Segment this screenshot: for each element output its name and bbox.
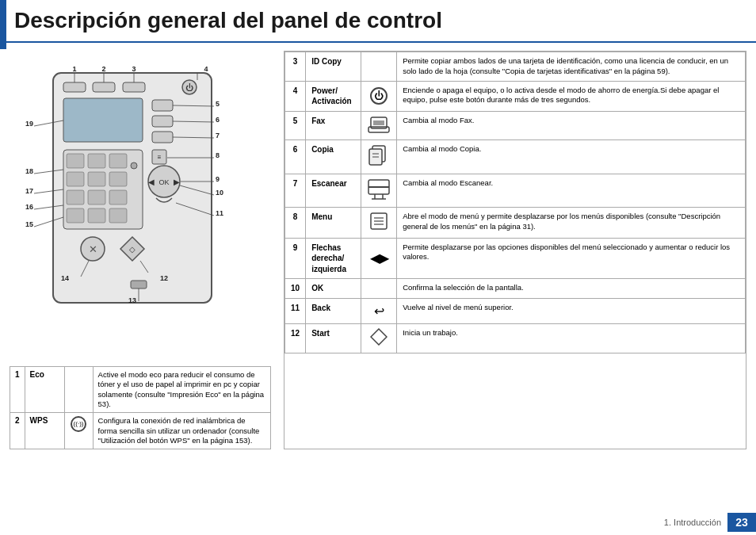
table-row: 10 OK Confirma la selección de la pantal… bbox=[285, 279, 746, 299]
svg-text:19: 19 bbox=[25, 120, 33, 128]
device-diagram: ⏻ bbox=[10, 51, 255, 360]
row-label: Eco bbox=[25, 367, 64, 413]
row-desc: Permite copiar ambos lados de una tarjet… bbox=[397, 52, 746, 82]
page-footer: 1. Introducción 23 bbox=[0, 510, 756, 535]
table-row: 2 WPS ((·)) Configura la conexión de red… bbox=[10, 413, 271, 449]
row-label: OK bbox=[306, 279, 361, 299]
svg-text:5: 5 bbox=[216, 100, 220, 108]
row-desc: Enciende o apaga el equipo, o lo activa … bbox=[397, 81, 746, 111]
svg-text:17: 17 bbox=[25, 187, 33, 195]
arrows-icon: ◀ ▶ bbox=[361, 238, 397, 279]
row-label: Back bbox=[306, 298, 361, 324]
svg-text:◀: ◀ bbox=[148, 178, 155, 186]
row-desc: Inicia un trabajo. bbox=[397, 324, 746, 353]
svg-rect-21 bbox=[88, 208, 105, 223]
row-num: 1 bbox=[10, 367, 25, 413]
svg-rect-74 bbox=[373, 120, 384, 125]
power-icon: ⏻ bbox=[361, 81, 397, 111]
row-desc: Confirma la selección de la pantalla. bbox=[397, 279, 746, 299]
row-num: 7 bbox=[285, 174, 306, 208]
svg-text:2: 2 bbox=[101, 65, 105, 73]
row-label: Escanear bbox=[306, 174, 361, 208]
menu-icon bbox=[361, 208, 397, 239]
row-num: 5 bbox=[285, 111, 306, 140]
svg-rect-11 bbox=[67, 154, 84, 168]
row-num: 11 bbox=[285, 298, 306, 324]
accent-bar bbox=[0, 0, 6, 49]
svg-text:12: 12 bbox=[160, 274, 168, 282]
row-icon: ((·)) bbox=[64, 413, 93, 449]
left-panel: ⏻ bbox=[10, 51, 271, 449]
wps-icon: ((·)) bbox=[71, 416, 86, 432]
row-num: 6 bbox=[285, 140, 306, 174]
table-row: 12 Start Inicia un trabajo. bbox=[285, 324, 746, 353]
footer-label: 1. Introducción bbox=[664, 518, 721, 527]
fax-icon bbox=[361, 111, 397, 140]
svg-rect-13 bbox=[109, 154, 127, 168]
start-icon bbox=[361, 324, 397, 353]
svg-text:9: 9 bbox=[216, 175, 220, 183]
table-row: 9 Flechas derecha/ izquierda ◀ ▶ Permite… bbox=[285, 238, 746, 279]
svg-rect-8 bbox=[152, 116, 173, 127]
row-desc: Cambia al modo Escanear. bbox=[397, 174, 746, 208]
svg-rect-9 bbox=[152, 132, 173, 143]
svg-text:4: 4 bbox=[204, 65, 208, 73]
row-desc: Cambia al modo Fax. bbox=[397, 111, 746, 140]
content-area: ⏻ bbox=[0, 43, 756, 457]
copy-icon bbox=[361, 140, 397, 174]
svg-text:6: 6 bbox=[216, 116, 220, 124]
page-number: 23 bbox=[727, 513, 756, 532]
svg-point-23 bbox=[131, 162, 137, 169]
back-icon: ↩ bbox=[361, 298, 397, 324]
svg-text:≡: ≡ bbox=[158, 154, 162, 161]
scan-icon bbox=[361, 174, 397, 208]
ok-icon bbox=[361, 279, 397, 299]
svg-rect-2 bbox=[93, 82, 115, 92]
page-container: Descripción general del panel de control… bbox=[0, 0, 756, 535]
page-title: Descripción general del panel de control bbox=[0, 0, 756, 43]
svg-text:OK: OK bbox=[158, 178, 169, 186]
svg-text:3: 3 bbox=[132, 65, 136, 73]
svg-rect-7 bbox=[152, 100, 173, 111]
row-desc: Configura la conexión de red inalámbrica… bbox=[93, 413, 270, 449]
row-num: 9 bbox=[285, 238, 306, 279]
table-row: 4 Power/ Activación ⏻ Enciende o apaga e… bbox=[285, 81, 746, 111]
row-desc: Active el modo eco para reducir el consu… bbox=[93, 367, 270, 413]
svg-text:▶: ▶ bbox=[174, 178, 180, 186]
table-row: 5 Fax Cambia al modo Fax. bbox=[285, 111, 746, 140]
table-row: 6 Copia Cambia al modo Copia. bbox=[285, 140, 746, 174]
svg-text:13: 13 bbox=[128, 296, 136, 304]
row-num: 8 bbox=[285, 208, 306, 239]
row-num: 3 bbox=[285, 52, 306, 82]
svg-rect-18 bbox=[88, 190, 105, 204]
row-desc: Vuelve al nivel de menú superior. bbox=[397, 298, 746, 324]
row-label: Menu bbox=[306, 208, 361, 239]
svg-text:11: 11 bbox=[216, 209, 223, 217]
svg-rect-22 bbox=[109, 208, 127, 223]
svg-rect-15 bbox=[88, 172, 105, 186]
svg-text:10: 10 bbox=[216, 189, 223, 197]
bottom-table: 1 Eco Active el modo eco para reducir el… bbox=[10, 366, 271, 449]
right-panel: 3 ID Copy Permite copiar ambos lados de … bbox=[284, 51, 746, 449]
svg-rect-16 bbox=[109, 172, 127, 186]
svg-text:14: 14 bbox=[61, 274, 69, 282]
svg-rect-19 bbox=[109, 190, 127, 204]
svg-text:⏻: ⏻ bbox=[185, 83, 193, 92]
row-num: 2 bbox=[10, 413, 25, 449]
svg-text:16: 16 bbox=[25, 203, 33, 211]
svg-rect-3 bbox=[123, 82, 145, 92]
table-row: 1 Eco Active el modo eco para reducir el… bbox=[10, 367, 271, 413]
svg-text:15: 15 bbox=[25, 220, 33, 228]
row-label: Fax bbox=[306, 111, 361, 140]
table-row: 7 Escanear Cambia al modo Escanear. bbox=[285, 174, 746, 208]
svg-text:18: 18 bbox=[25, 167, 33, 175]
row-desc: Cambia al modo Copia. bbox=[397, 140, 746, 174]
svg-text:◇: ◇ bbox=[129, 245, 136, 254]
row-num: 10 bbox=[285, 279, 306, 299]
right-table: 3 ID Copy Permite copiar ambos lados de … bbox=[284, 52, 746, 353]
svg-rect-34 bbox=[131, 281, 147, 289]
svg-rect-17 bbox=[67, 190, 84, 204]
svg-rect-6 bbox=[63, 98, 143, 142]
table-row: 8 Menu Abre el modo de menú y permite de… bbox=[285, 208, 746, 239]
svg-marker-89 bbox=[371, 329, 387, 345]
